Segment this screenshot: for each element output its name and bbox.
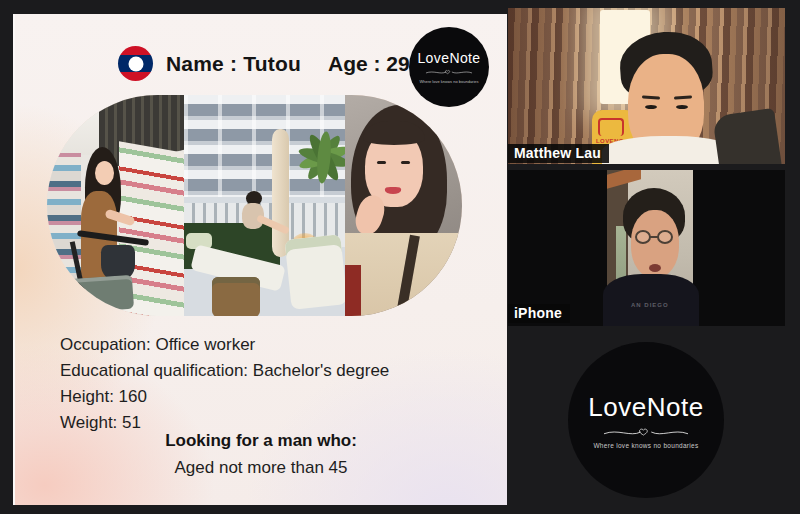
brand-name: LoveNote — [417, 50, 480, 66]
shared-screen-slide: Name : Tutou Age : 29 LoveNote Where lov… — [13, 14, 507, 505]
eye — [401, 161, 410, 164]
lips — [385, 187, 401, 194]
eye — [377, 161, 386, 164]
looking-for-criteria: Aged not more than 45 — [15, 458, 507, 478]
portrait-video: AN DIEGO — [607, 170, 693, 326]
detail-occupation: Occupation: Office worker — [60, 332, 389, 358]
wicker-table — [212, 277, 260, 316]
glasses-bridge — [650, 236, 658, 238]
video-tile-matthew[interactable]: LOVENO Matthew Lau — [508, 8, 785, 164]
looking-for-heading: Looking for a man who: — [15, 431, 507, 451]
heart-squiggle-icon — [596, 425, 696, 439]
eye — [676, 105, 688, 109]
brand-name: LoveNote — [588, 392, 703, 423]
cart-basket — [66, 275, 134, 314]
lounge-chair-right — [284, 234, 345, 309]
glasses-lens — [657, 230, 673, 244]
lovenote-logo-large: LoveNote Where love knows no boundaries — [568, 342, 724, 498]
photo-selfie — [345, 95, 462, 316]
brand-tagline: Where love knows no boundaries — [593, 442, 698, 449]
eye — [645, 105, 657, 109]
photo-resort — [184, 95, 345, 316]
profile-header: Name : Tutou Age : 29 — [118, 46, 410, 81]
mouth — [649, 264, 661, 272]
laos-flag-icon — [118, 46, 153, 81]
profile-name: Name : Tutou — [166, 52, 301, 76]
participant-name-label: iPhone — [508, 304, 570, 323]
woman-face — [95, 161, 114, 185]
dark-tshirt — [603, 274, 699, 326]
tshirt-text: AN DIEGO — [631, 302, 669, 308]
profile-details: Occupation: Office worker Educational qu… — [60, 332, 389, 436]
flag-center-dot — [128, 56, 143, 71]
photo-collage — [47, 95, 462, 316]
glasses-lens — [635, 230, 651, 244]
video-tile-iphone[interactable]: AN DIEGO iPhone — [508, 170, 785, 326]
photo-supermarket — [47, 95, 184, 316]
profile-age: Age : 29 — [328, 52, 410, 76]
closed-umbrella — [272, 129, 289, 257]
lovenote-logo-small: LoveNote Where love knows no boundaries — [409, 27, 489, 107]
woman-bangs — [363, 121, 425, 145]
sign-heart-outline — [598, 118, 624, 136]
heart-squiggle-icon — [425, 67, 473, 77]
chair-back — [712, 108, 781, 164]
meeting-window: Name : Tutou Age : 29 LoveNote Where lov… — [0, 0, 800, 514]
detail-education: Educational qualification: Bachelor's de… — [60, 358, 389, 384]
red-chair-corner — [345, 265, 361, 316]
detail-height: Height: 160 — [60, 384, 389, 410]
brand-tagline: Where love knows no boundaries — [419, 79, 478, 84]
participant-name-label: Matthew Lau — [508, 144, 609, 163]
